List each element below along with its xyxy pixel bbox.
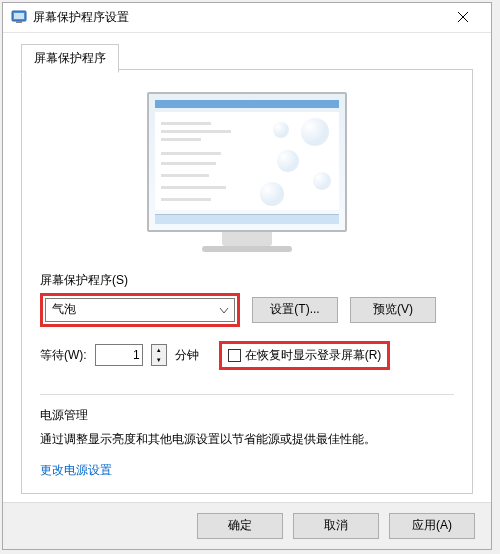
resume-logon-label: 在恢复时显示登录屏幕(R) xyxy=(245,347,382,364)
svg-rect-1 xyxy=(14,13,24,19)
resume-logon-checkbox[interactable] xyxy=(228,349,241,362)
highlight-select: 气泡 xyxy=(40,293,240,327)
chevron-down-icon xyxy=(220,303,228,317)
wait-spinner: ▲ ▼ xyxy=(151,344,167,366)
monitor-graphic xyxy=(147,92,347,252)
screensaver-settings-window: 屏幕保护程序设置 屏幕保护程序 xyxy=(2,2,492,550)
window-icon xyxy=(11,9,27,25)
window-title: 屏幕保护程序设置 xyxy=(33,9,443,26)
wait-unit: 分钟 xyxy=(175,347,199,364)
dialog-button-bar: 确定 取消 应用(A) xyxy=(3,502,491,549)
divider xyxy=(40,394,454,395)
power-section-desc: 通过调整显示亮度和其他电源设置以节省能源或提供最佳性能。 xyxy=(40,430,454,448)
cancel-button[interactable]: 取消 xyxy=(293,513,379,539)
wait-row: 等待(W): ▲ ▼ 分钟 在恢复时显示登录屏幕(R) xyxy=(40,341,454,370)
spin-down-button[interactable]: ▼ xyxy=(152,355,166,365)
spin-up-button[interactable]: ▲ xyxy=(152,345,166,355)
highlight-checkbox: 在恢复时显示登录屏幕(R) xyxy=(219,341,391,370)
apply-button[interactable]: 应用(A) xyxy=(389,513,475,539)
close-button[interactable] xyxy=(443,3,483,31)
screensaver-select-row: 气泡 设置(T)... 预览(V) xyxy=(40,293,454,327)
power-section-title: 电源管理 xyxy=(40,407,454,424)
svg-rect-2 xyxy=(16,21,22,23)
titlebar: 屏幕保护程序设置 xyxy=(3,3,491,33)
close-icon xyxy=(458,12,468,22)
screensaver-section-label: 屏幕保护程序(S) xyxy=(40,272,454,289)
tab-row: 屏幕保护程序 xyxy=(21,43,473,69)
screensaver-selected-value: 气泡 xyxy=(52,301,76,318)
wait-label: 等待(W): xyxy=(40,347,87,364)
tab-screensaver[interactable]: 屏幕保护程序 xyxy=(21,44,119,73)
tab-body: 屏幕保护程序(S) 气泡 设置(T)... 预览(V) 等待(W): xyxy=(21,69,473,494)
wait-minutes-input[interactable] xyxy=(95,344,143,366)
ok-button[interactable]: 确定 xyxy=(197,513,283,539)
preview-button[interactable]: 预览(V) xyxy=(350,297,436,323)
settings-button[interactable]: 设置(T)... xyxy=(252,297,338,323)
content-area: 屏幕保护程序 xyxy=(3,33,491,502)
screensaver-preview xyxy=(40,92,454,252)
screensaver-dropdown[interactable]: 气泡 xyxy=(45,298,235,322)
change-power-settings-link[interactable]: 更改电源设置 xyxy=(40,462,454,479)
